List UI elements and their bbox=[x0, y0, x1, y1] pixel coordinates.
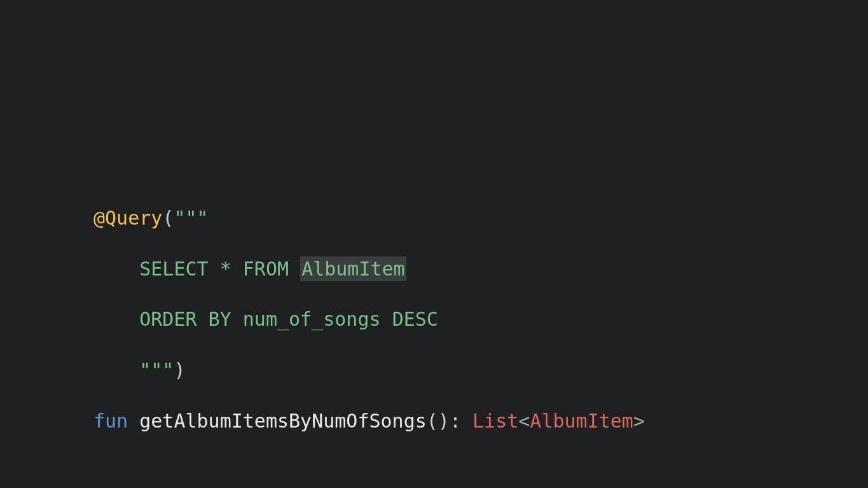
from-keyword-token: FROM bbox=[243, 258, 289, 280]
return-type-token: List bbox=[472, 410, 518, 432]
indent-token bbox=[93, 308, 139, 330]
column-token: num_of_songs bbox=[243, 308, 381, 330]
function-name-token: getAlbumItemsByNumOfSongs bbox=[139, 410, 427, 432]
parens-token: () bbox=[427, 410, 450, 432]
code-line-3: ORDER BY num_of_songs DESC bbox=[93, 307, 645, 332]
orderby-keyword-token: ORDER BY bbox=[139, 308, 231, 330]
space-token bbox=[231, 258, 243, 280]
space-token bbox=[461, 410, 472, 432]
open-angle-token: < bbox=[518, 410, 530, 432]
generic-type-token: AlbumItem bbox=[530, 410, 633, 432]
code-line-5: fun getAlbumItemsByNumOfSongs(): List<Al… bbox=[93, 408, 645, 434]
close-paren-token: ) bbox=[174, 359, 185, 381]
colon-token: : bbox=[450, 410, 461, 432]
annotation-token: @Query bbox=[93, 207, 162, 229]
select-keyword-token: SELECT bbox=[139, 258, 208, 280]
desc-keyword-token: DESC bbox=[392, 308, 438, 330]
code-line-2: SELECT * FROM AlbumItem bbox=[93, 256, 645, 282]
code-block: @Query(""" SELECT * FROM AlbumItem ORDER… bbox=[93, 180, 645, 434]
open-paren-token: ( bbox=[162, 207, 174, 229]
triple-quote-token: """ bbox=[139, 359, 174, 381]
triple-quote-token: """ bbox=[174, 207, 208, 229]
space-token bbox=[289, 258, 300, 280]
space-token bbox=[209, 258, 220, 280]
indent-token bbox=[93, 359, 139, 381]
highlighted-table-token: AlbumItem bbox=[300, 256, 406, 281]
space-token bbox=[381, 308, 392, 330]
indent-token bbox=[93, 258, 139, 280]
code-line-4: """) bbox=[93, 358, 645, 383]
fun-keyword-token: fun bbox=[93, 410, 128, 432]
close-angle-token: > bbox=[633, 410, 645, 432]
space-token bbox=[128, 410, 139, 432]
space-token bbox=[231, 308, 243, 330]
code-line-1: @Query(""" bbox=[93, 206, 645, 231]
star-token: * bbox=[220, 258, 231, 280]
